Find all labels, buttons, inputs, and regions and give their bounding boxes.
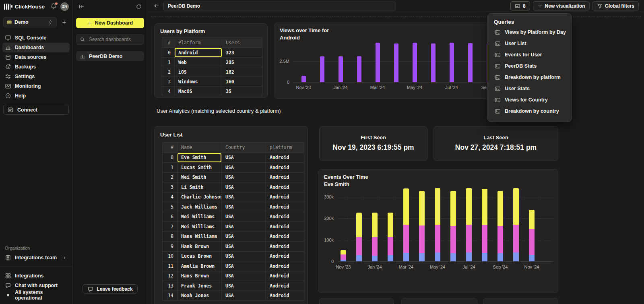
stacked-bar-segment-clicks[interactable] [497, 191, 503, 226]
table-row[interactable]: 2Wei SmithUSAAndroid [163, 172, 304, 182]
stacked-bar-segment-views[interactable] [513, 225, 519, 252]
table-row[interactable]: 6Wei WilliamsUSAAndroid [163, 212, 304, 222]
table-row[interactable]: 5Jack WilliamsUSAAndroid [163, 202, 304, 212]
sidebar-item-backups[interactable]: Backups [2, 62, 70, 72]
refresh-icon[interactable] [136, 4, 142, 10]
workspace-selector[interactable]: Demo [3, 17, 57, 27]
table-row[interactable]: 8Hans WilliamsUSAAndroid [163, 232, 304, 242]
stacked-bar-segment-purchases[interactable] [450, 253, 456, 261]
table-row[interactable]: 1Lucas SmithUSAAndroid [163, 162, 304, 172]
query-item-breakdown-by-country[interactable]: Breakdown by country [487, 105, 572, 117]
stacked-bar-segment-purchases[interactable] [388, 255, 393, 261]
stacked-bar-segment-clicks[interactable] [356, 213, 362, 237]
stacked-bar-segment-views[interactable] [341, 254, 346, 260]
sidebar-item-integrations-team[interactable]: Integrations team [2, 253, 70, 263]
chart-bar[interactable] [450, 43, 454, 82]
stacked-bar-segment-clicks[interactable] [403, 188, 409, 225]
chart-bar[interactable] [357, 56, 361, 82]
stacked-bar-segment-purchases[interactable] [403, 253, 409, 261]
avatar[interactable]: ZN [60, 2, 69, 11]
stacked-bar-segment-views[interactable] [419, 225, 425, 253]
stacked-bar-segment-purchases[interactable] [419, 253, 425, 261]
table-row[interactable]: 13Frank JonesUSAAndroid [163, 281, 304, 291]
query-item-breakdown-by-platform[interactable]: Breakdown by platform [487, 72, 572, 83]
sidebar-item-settings[interactable]: Settings [2, 72, 70, 81]
chart-bar[interactable] [468, 43, 473, 82]
table-row[interactable]: 10Lucas BrownUSAAndroid [163, 251, 304, 261]
sidebar-item-chat-with-support[interactable]: Chat with support [2, 281, 70, 290]
stacked-bar-segment-views[interactable] [450, 226, 456, 253]
table-row[interactable]: 4Charlie JohnsonUSAAndroid [163, 192, 304, 202]
chart-bar[interactable] [394, 43, 398, 82]
stacked-bar-segment-purchases[interactable] [482, 253, 487, 261]
table-row[interactable]: 9Hank BrownUSAAndroid [163, 241, 304, 251]
stacked-bar-segment-views[interactable] [356, 237, 362, 255]
table-row[interactable]: 0Eve SmithUSAAndroid [163, 153, 304, 163]
stacked-bar-segment-purchases[interactable] [497, 253, 503, 261]
dashboard-list-item[interactable]: PeerDB Demo [76, 51, 144, 61]
table-row[interactable]: 14Noah JonesUSAAndroid [163, 291, 304, 301]
stacked-bar-segment-views[interactable] [435, 225, 440, 252]
stacked-bar-segment-purchases[interactable] [513, 252, 519, 261]
stacked-bar-segment-clicks[interactable] [388, 213, 393, 237]
sidebar-item-monitoring[interactable]: Monitoring [2, 81, 70, 91]
stacked-bar-segment-clicks[interactable] [341, 250, 346, 254]
stacked-bar-segment-clicks[interactable] [450, 191, 456, 226]
sidebar-item-all-systems-operational[interactable]: All systems operational [2, 290, 70, 300]
chart-bar[interactable] [431, 43, 436, 82]
stacked-bar-segment-views[interactable] [529, 229, 535, 255]
query-item-views-by-platform-by-day[interactable]: Views by Platform by Day [487, 27, 572, 38]
table-row[interactable]: 1Web295 [162, 57, 262, 67]
table-row[interactable]: 0Android323 [162, 48, 262, 57]
table-row[interactable]: 12Hans BrownUSAAndroid [163, 271, 304, 281]
sidebar-item-sql-console[interactable]: SQL Console [2, 33, 70, 43]
stacked-bar-segment-views[interactable] [403, 225, 409, 253]
stacked-bar-segment-clicks[interactable] [529, 210, 535, 229]
leave-feedback-button[interactable]: Leave feedback [83, 284, 137, 294]
stacked-bar-segment-views[interactable] [482, 225, 487, 253]
stacked-bar-segment-views[interactable] [388, 237, 393, 255]
notifications-bell-icon[interactable] [50, 3, 58, 10]
stacked-bar-segment-clicks[interactable] [513, 188, 519, 225]
sidebar-item-help[interactable]: ?Help [2, 91, 70, 101]
stacked-bar-segment-purchases[interactable] [356, 255, 362, 261]
stacked-bar-segment-views[interactable] [497, 226, 503, 253]
table-row[interactable]: 4MacOS35 [162, 86, 262, 96]
sidebar-item-integrations[interactable]: Integrations [2, 271, 70, 281]
new-dashboard-button[interactable]: New Dashboard [76, 18, 144, 28]
dashboard-title-input[interactable] [163, 2, 396, 10]
chart-bar[interactable] [413, 43, 417, 82]
table-row[interactable]: 2iOS182 [162, 67, 262, 77]
stacked-bar-segment-clicks[interactable] [419, 191, 425, 226]
stacked-bar-segment-purchases[interactable] [372, 256, 378, 261]
table-row[interactable]: 11Amelia BrownUSAAndroid [163, 261, 304, 271]
table-row[interactable]: 7Mei WilliamsUSAAndroid [163, 221, 304, 232]
stacked-bar-segment-purchases[interactable] [435, 252, 440, 261]
add-workspace-button[interactable] [59, 17, 69, 27]
stacked-bar-segment-views[interactable] [466, 225, 472, 252]
chart-bar[interactable] [339, 56, 343, 82]
connect-button[interactable]: Connect [3, 105, 69, 115]
stacked-bar-segment-clicks[interactable] [466, 188, 472, 225]
stacked-bar-segment-clicks[interactable] [482, 189, 487, 225]
stacked-bar-segment-clicks[interactable] [435, 188, 440, 225]
query-item-user-stats[interactable]: User Stats [487, 83, 572, 94]
stacked-bar-segment-purchases[interactable] [529, 255, 535, 261]
stacked-bar-segment-clicks[interactable] [372, 213, 378, 237]
table-row[interactable]: 3Li SmithUSAAndroid [163, 182, 304, 192]
query-item-events-for-user[interactable]: Events for User [487, 49, 572, 60]
collapse-panel-icon[interactable] [78, 4, 85, 10]
new-visualization-button[interactable]: New visualization [533, 1, 590, 10]
table-row[interactable]: 3Windows160 [162, 77, 262, 86]
chart-bar[interactable] [320, 56, 324, 82]
search-input[interactable] [88, 36, 140, 43]
visualization-count-button[interactable]: 8 [510, 1, 530, 10]
query-item-user-list[interactable]: User List [487, 38, 572, 49]
chart-bar[interactable] [376, 43, 380, 82]
stacked-bar-segment-views[interactable] [372, 237, 378, 256]
query-item-views-for-country[interactable]: Views for Country [487, 94, 572, 105]
stacked-bar-segment-purchases[interactable] [341, 260, 346, 261]
sidebar-item-dashboards[interactable]: Dashboards [2, 43, 70, 52]
stacked-bar-segment-purchases[interactable] [466, 252, 472, 261]
query-item-peerdb-stats[interactable]: PeerDB Stats [487, 60, 572, 72]
